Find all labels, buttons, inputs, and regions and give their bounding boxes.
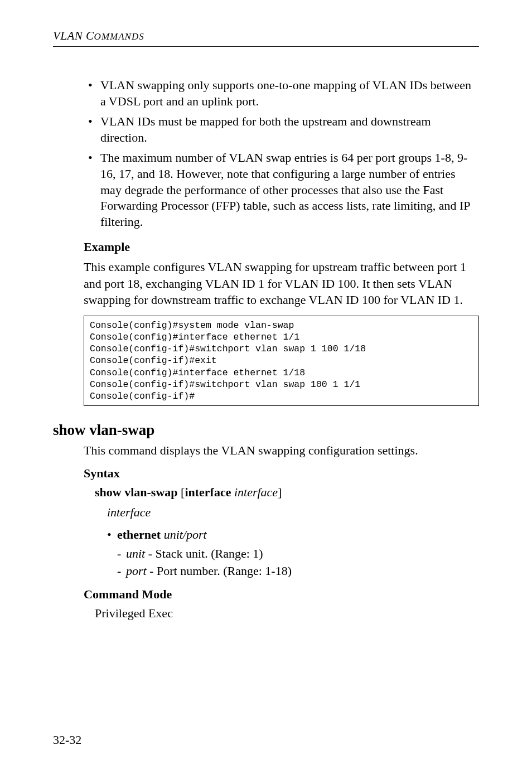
command-mode-label: Command Mode xyxy=(84,587,479,602)
header-suffix: OMMANDS xyxy=(94,31,144,42)
list-item: ethernet unit/port unit - Stack unit. (R… xyxy=(107,526,479,579)
header-rule xyxy=(53,46,479,47)
list-item: VLAN swapping only supports one-to-one m… xyxy=(84,78,479,109)
header-prefix: VLAN C xyxy=(53,29,94,42)
list-item: VLAN IDs must be mapped for both the ups… xyxy=(84,114,479,146)
code-block: Console(config)#system mode vlan-swap Co… xyxy=(84,316,479,406)
running-header: VLAN COMMANDS xyxy=(53,29,479,43)
example-description: This example configures VLAN swapping fo… xyxy=(84,259,479,308)
ethernet-sublist: unit - Stack unit. (Range: 1) port - Por… xyxy=(117,545,479,579)
list-item: The maximum number of VLAN swap entries … xyxy=(84,150,479,230)
syntax-arg: interface xyxy=(234,485,278,499)
syntax-keyword: interface xyxy=(185,485,231,499)
unit-arg: unit xyxy=(126,546,145,560)
port-arg: port xyxy=(126,564,147,578)
command-title: show vlan-swap xyxy=(53,422,479,439)
list-item: unit - Stack unit. (Range: 1) xyxy=(117,545,479,562)
syntax-cmd: show vlan-swap xyxy=(95,485,178,499)
syntax-line: show vlan-swap [interface interface] xyxy=(95,485,479,500)
syntax-bracket-open: [ xyxy=(178,485,185,499)
ethernet-keyword: ethernet xyxy=(117,528,161,541)
syntax-bracket-close: ] xyxy=(278,485,282,499)
interface-word: interface xyxy=(107,505,479,520)
command-mode-value: Privileged Exec xyxy=(95,606,479,621)
syntax-label: Syntax xyxy=(84,466,479,481)
ethernet-list: ethernet unit/port unit - Stack unit. (R… xyxy=(107,526,479,579)
command-description: This command displays the VLAN swapping … xyxy=(84,442,479,458)
list-item: port - Port number. (Range: 1-18) xyxy=(117,563,479,579)
page-number: 32-32 xyxy=(53,733,81,747)
ethernet-args: unit/port xyxy=(164,528,207,541)
example-label: Example xyxy=(84,240,479,254)
port-desc: - Port number. (Range: 1-18) xyxy=(147,564,292,578)
top-bullet-list: VLAN swapping only supports one-to-one m… xyxy=(84,78,479,230)
unit-desc: - Stack unit. (Range: 1) xyxy=(145,546,263,560)
